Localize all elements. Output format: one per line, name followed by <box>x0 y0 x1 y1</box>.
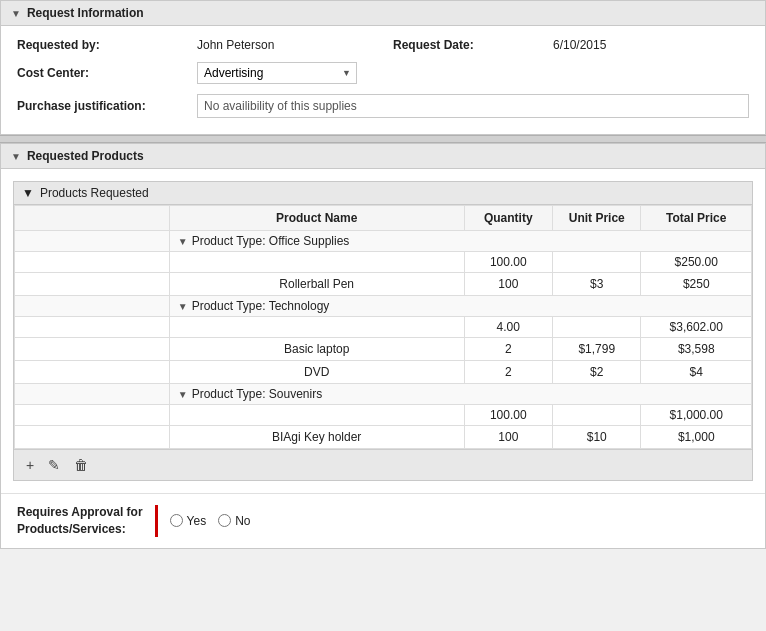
products-requested-subsection: ▼ Products Requested Product Name Quanti… <box>13 181 753 481</box>
item-qty: 100 <box>464 426 552 449</box>
item-total: $1,000 <box>641 426 752 449</box>
product-type-label-cell: ▼ Product Type: Office Supplies <box>169 231 751 252</box>
products-table-container: Product Name Quantity Unit Price Total P… <box>14 205 752 449</box>
subtotal-row: 100.00 $1,000.00 <box>15 405 752 426</box>
approval-yes-label: Yes <box>187 514 207 528</box>
item-index <box>15 273 170 296</box>
subtotal-row: 4.00 $3,602.00 <box>15 317 752 338</box>
products-requested-title: Products Requested <box>40 186 149 200</box>
col-header-unit-price: Unit Price <box>553 206 641 231</box>
cost-center-row: Cost Center: Advertising Marketing IT Fi… <box>17 62 749 84</box>
add-row-button[interactable]: + <box>22 455 38 475</box>
subtotal-unit <box>553 252 641 273</box>
item-index <box>15 338 170 361</box>
request-info-header[interactable]: ▼ Request Information <box>1 1 765 26</box>
item-name: BIAgi Key holder <box>169 426 464 449</box>
request-date-label: Request Date: <box>393 38 553 52</box>
edit-row-button[interactable]: ✎ <box>44 455 64 475</box>
item-qty: 100 <box>464 273 552 296</box>
subtotal-name <box>169 317 464 338</box>
products-table: Product Name Quantity Unit Price Total P… <box>14 205 752 449</box>
chevron-down-icon-products: ▼ <box>11 151 21 162</box>
item-name: DVD <box>169 361 464 384</box>
col-header-quantity: Quantity <box>464 206 552 231</box>
col-header-product-name: Product Name <box>169 206 464 231</box>
red-bar-indicator <box>155 505 158 537</box>
cost-center-label: Cost Center: <box>17 66 197 80</box>
request-info-section: ▼ Request Information Requested by: John… <box>0 0 766 135</box>
approval-section: Requires Approval forProducts/Services: … <box>1 493 765 548</box>
item-index <box>15 361 170 384</box>
table-row: Basic laptop 2 $1,799 $3,598 <box>15 338 752 361</box>
type-index-cell <box>15 296 170 317</box>
type-index-cell <box>15 231 170 252</box>
col-header-total-price: Total Price <box>641 206 752 231</box>
requested-products-section: ▼ Requested Products ▼ Products Requeste… <box>0 143 766 549</box>
chevron-down-icon-sub: ▼ <box>22 186 34 200</box>
approval-yes-option[interactable]: Yes <box>170 514 207 528</box>
table-row: Rollerball Pen 100 $3 $250 <box>15 273 752 296</box>
subtotal-unit <box>553 405 641 426</box>
type-index-cell <box>15 384 170 405</box>
subtotal-total: $1,000.00 <box>641 405 752 426</box>
products-requested-header[interactable]: ▼ Products Requested <box>14 182 752 205</box>
justification-input[interactable] <box>197 94 749 118</box>
subtotal-index <box>15 405 170 426</box>
subtotal-index <box>15 252 170 273</box>
approval-yes-radio[interactable] <box>170 514 183 527</box>
item-name: Rollerball Pen <box>169 273 464 296</box>
subtotal-total: $3,602.00 <box>641 317 752 338</box>
cost-center-select[interactable]: Advertising Marketing IT Finance <box>197 62 357 84</box>
col-header-index <box>15 206 170 231</box>
approval-no-option[interactable]: No <box>218 514 250 528</box>
chevron-down-icon: ▼ <box>11 8 21 19</box>
justification-label: Purchase justification: <box>17 99 197 113</box>
table-toolbar: + ✎ 🗑 <box>14 449 752 480</box>
subtotal-qty: 4.00 <box>464 317 552 338</box>
subtotal-index <box>15 317 170 338</box>
cost-center-dropdown[interactable]: Advertising Marketing IT Finance <box>197 62 357 84</box>
approval-no-label: No <box>235 514 250 528</box>
justification-row: Purchase justification: <box>17 94 749 118</box>
table-row: DVD 2 $2 $4 <box>15 361 752 384</box>
item-name: Basic laptop <box>169 338 464 361</box>
subtotal-qty: 100.00 <box>464 405 552 426</box>
subtotal-name <box>169 252 464 273</box>
request-info-body: Requested by: John Peterson Request Date… <box>1 26 765 134</box>
requested-by-value: John Peterson <box>197 38 393 52</box>
item-unit-price: $1,799 <box>553 338 641 361</box>
item-unit-price: $10 <box>553 426 641 449</box>
requested-products-title: Requested Products <box>27 149 144 163</box>
item-qty: 2 <box>464 338 552 361</box>
subtotal-name <box>169 405 464 426</box>
product-type-label-cell: ▼ Product Type: Souvenirs <box>169 384 751 405</box>
item-total: $3,598 <box>641 338 752 361</box>
product-type-row: ▼ Product Type: Office Supplies <box>15 231 752 252</box>
request-date-value: 6/10/2015 <box>553 38 749 52</box>
approval-label: Requires Approval forProducts/Services: <box>17 504 143 538</box>
subtotal-unit <box>553 317 641 338</box>
approval-radio-group: Yes No <box>170 514 251 528</box>
approval-no-radio[interactable] <box>218 514 231 527</box>
product-type-row: ▼ Product Type: Souvenirs <box>15 384 752 405</box>
subtotal-total: $250.00 <box>641 252 752 273</box>
request-info-title: Request Information <box>27 6 144 20</box>
item-total: $250 <box>641 273 752 296</box>
item-index <box>15 426 170 449</box>
requested-by-row: Requested by: John Peterson Request Date… <box>17 38 749 52</box>
item-total: $4 <box>641 361 752 384</box>
product-type-text: Product Type: Technology <box>192 299 330 313</box>
product-type-label-cell: ▼ Product Type: Technology <box>169 296 751 317</box>
subtotal-row: 100.00 $250.00 <box>15 252 752 273</box>
product-type-text: Product Type: Office Supplies <box>192 234 350 248</box>
section-divider <box>0 135 766 143</box>
table-row: BIAgi Key holder 100 $10 $1,000 <box>15 426 752 449</box>
delete-row-button[interactable]: 🗑 <box>70 455 92 475</box>
product-type-text: Product Type: Souvenirs <box>192 387 323 401</box>
cost-center-select-wrapper: Advertising Marketing IT Finance <box>197 62 393 84</box>
item-unit-price: $3 <box>553 273 641 296</box>
item-unit-price: $2 <box>553 361 641 384</box>
requested-products-header[interactable]: ▼ Requested Products <box>1 144 765 169</box>
subtotal-qty: 100.00 <box>464 252 552 273</box>
product-type-row: ▼ Product Type: Technology <box>15 296 752 317</box>
